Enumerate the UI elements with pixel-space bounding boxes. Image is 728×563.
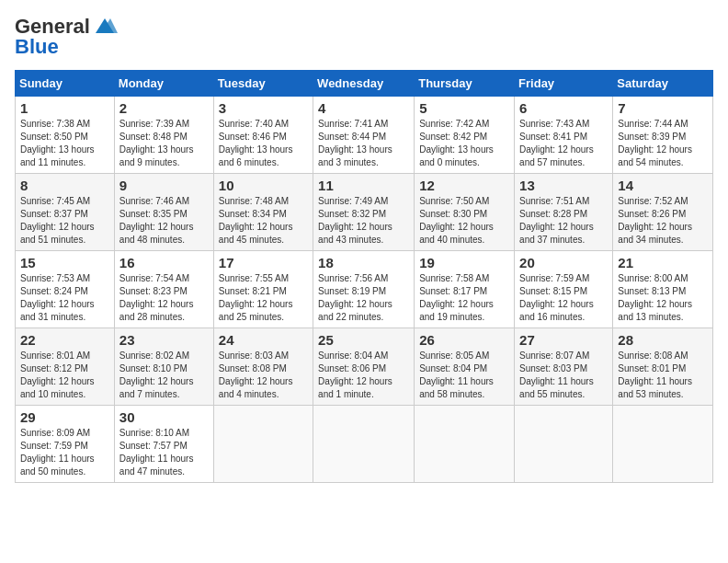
day-cell: 27Sunrise: 8:07 AMSunset: 8:03 PMDayligh… (515, 328, 613, 406)
day-cell: 15Sunrise: 7:53 AMSunset: 8:24 PMDayligh… (16, 251, 115, 328)
day-cell: 10Sunrise: 7:48 AMSunset: 8:34 PMDayligh… (213, 174, 313, 251)
day-info: Sunrise: 8:09 AMSunset: 7:59 PMDaylight:… (20, 427, 109, 478)
day-info: Sunrise: 8:10 AMSunset: 7:57 PMDaylight:… (119, 427, 209, 478)
day-info: Sunrise: 7:51 AMSunset: 8:28 PMDaylight:… (519, 195, 608, 247)
day-number: 29 (20, 409, 109, 425)
day-info: Sunrise: 8:02 AMSunset: 8:10 PMDaylight:… (119, 350, 209, 401)
day-cell (213, 406, 313, 483)
day-number: 1 (20, 100, 109, 116)
day-number: 4 (318, 100, 409, 116)
day-info: Sunrise: 7:56 AMSunset: 8:19 PMDaylight:… (318, 272, 409, 324)
day-info: Sunrise: 8:00 AMSunset: 8:13 PMDaylight:… (618, 272, 708, 324)
calendar-header: SundayMondayTuesdayWednesdayThursdayFrid… (16, 71, 713, 97)
day-cell: 30Sunrise: 8:10 AMSunset: 7:57 PMDayligh… (114, 406, 213, 483)
day-number: 22 (20, 332, 109, 348)
col-header-sunday: Sunday (16, 71, 115, 97)
day-number: 28 (618, 332, 708, 348)
day-cell: 4Sunrise: 7:41 AMSunset: 8:44 PMDaylight… (313, 97, 415, 174)
col-header-tuesday: Tuesday (213, 71, 313, 97)
day-cell: 14Sunrise: 7:52 AMSunset: 8:26 PMDayligh… (613, 174, 713, 251)
day-number: 7 (618, 100, 708, 116)
week-row-2: 8Sunrise: 7:45 AMSunset: 8:37 PMDaylight… (16, 174, 713, 251)
day-number: 24 (219, 332, 308, 348)
day-info: Sunrise: 8:03 AMSunset: 8:08 PMDaylight:… (219, 350, 308, 401)
day-number: 27 (519, 332, 608, 348)
day-number: 13 (519, 178, 608, 193)
day-info: Sunrise: 8:01 AMSunset: 8:12 PMDaylight:… (20, 350, 109, 401)
day-number: 26 (419, 332, 509, 348)
page-header: General Blue (15, 15, 713, 59)
logo-text-blue: Blue (15, 35, 59, 59)
day-info: Sunrise: 7:40 AMSunset: 8:46 PMDaylight:… (219, 118, 308, 169)
day-number: 20 (519, 255, 608, 270)
day-cell: 28Sunrise: 8:08 AMSunset: 8:01 PMDayligh… (613, 328, 713, 406)
day-number: 3 (219, 100, 308, 116)
day-info: Sunrise: 8:08 AMSunset: 8:01 PMDaylight:… (618, 350, 708, 401)
col-header-friday: Friday (515, 71, 613, 97)
day-info: Sunrise: 7:44 AMSunset: 8:39 PMDaylight:… (618, 118, 708, 169)
col-header-monday: Monday (114, 71, 213, 97)
day-info: Sunrise: 7:43 AMSunset: 8:41 PMDaylight:… (519, 118, 608, 169)
day-number: 16 (119, 255, 209, 270)
calendar-table: SundayMondayTuesdayWednesdayThursdayFrid… (15, 70, 713, 483)
day-cell: 19Sunrise: 7:58 AMSunset: 8:17 PMDayligh… (415, 251, 515, 328)
day-info: Sunrise: 7:58 AMSunset: 8:17 PMDaylight:… (419, 272, 509, 324)
day-number: 2 (119, 100, 209, 116)
day-cell: 3Sunrise: 7:40 AMSunset: 8:46 PMDaylight… (213, 97, 313, 174)
day-cell (613, 406, 713, 483)
week-row-1: 1Sunrise: 7:38 AMSunset: 8:50 PMDaylight… (16, 97, 713, 174)
day-cell: 29Sunrise: 8:09 AMSunset: 7:59 PMDayligh… (16, 406, 115, 483)
day-cell: 5Sunrise: 7:42 AMSunset: 8:42 PMDaylight… (415, 97, 515, 174)
day-number: 6 (519, 100, 608, 116)
day-cell (313, 406, 415, 483)
day-number: 8 (20, 178, 109, 193)
day-cell: 21Sunrise: 8:00 AMSunset: 8:13 PMDayligh… (613, 251, 713, 328)
day-info: Sunrise: 7:53 AMSunset: 8:24 PMDaylight:… (20, 272, 109, 324)
day-cell: 24Sunrise: 8:03 AMSunset: 8:08 PMDayligh… (213, 328, 313, 406)
day-cell: 11Sunrise: 7:49 AMSunset: 8:32 PMDayligh… (313, 174, 415, 251)
week-row-3: 15Sunrise: 7:53 AMSunset: 8:24 PMDayligh… (16, 251, 713, 328)
week-row-4: 22Sunrise: 8:01 AMSunset: 8:12 PMDayligh… (16, 328, 713, 406)
day-cell: 8Sunrise: 7:45 AMSunset: 8:37 PMDaylight… (16, 174, 115, 251)
col-header-wednesday: Wednesday (313, 71, 415, 97)
day-cell: 17Sunrise: 7:55 AMSunset: 8:21 PMDayligh… (213, 251, 313, 328)
calendar-body: 1Sunrise: 7:38 AMSunset: 8:50 PMDaylight… (16, 97, 713, 483)
day-number: 9 (119, 178, 209, 193)
day-info: Sunrise: 7:46 AMSunset: 8:35 PMDaylight:… (119, 195, 209, 247)
day-cell: 6Sunrise: 7:43 AMSunset: 8:41 PMDaylight… (515, 97, 613, 174)
day-number: 18 (318, 255, 409, 270)
day-cell: 23Sunrise: 8:02 AMSunset: 8:10 PMDayligh… (114, 328, 213, 406)
day-info: Sunrise: 7:42 AMSunset: 8:42 PMDaylight:… (419, 118, 509, 169)
day-number: 25 (318, 332, 409, 348)
col-header-thursday: Thursday (415, 71, 515, 97)
day-cell: 7Sunrise: 7:44 AMSunset: 8:39 PMDaylight… (613, 97, 713, 174)
day-info: Sunrise: 7:48 AMSunset: 8:34 PMDaylight:… (219, 195, 308, 247)
day-cell: 22Sunrise: 8:01 AMSunset: 8:12 PMDayligh… (16, 328, 115, 406)
day-info: Sunrise: 7:59 AMSunset: 8:15 PMDaylight:… (519, 272, 608, 324)
day-info: Sunrise: 7:45 AMSunset: 8:37 PMDaylight:… (20, 195, 109, 247)
day-cell: 26Sunrise: 8:05 AMSunset: 8:04 PMDayligh… (415, 328, 515, 406)
day-cell: 1Sunrise: 7:38 AMSunset: 8:50 PMDaylight… (16, 97, 115, 174)
day-number: 10 (219, 178, 308, 193)
day-cell: 20Sunrise: 7:59 AMSunset: 8:15 PMDayligh… (515, 251, 613, 328)
day-number: 30 (119, 409, 209, 425)
day-cell: 2Sunrise: 7:39 AMSunset: 8:48 PMDaylight… (114, 97, 213, 174)
day-cell: 18Sunrise: 7:56 AMSunset: 8:19 PMDayligh… (313, 251, 415, 328)
day-number: 21 (618, 255, 708, 270)
day-info: Sunrise: 7:38 AMSunset: 8:50 PMDaylight:… (20, 118, 109, 169)
day-number: 19 (419, 255, 509, 270)
day-number: 23 (119, 332, 209, 348)
day-info: Sunrise: 7:41 AMSunset: 8:44 PMDaylight:… (318, 118, 409, 169)
day-cell: 12Sunrise: 7:50 AMSunset: 8:30 PMDayligh… (415, 174, 515, 251)
day-info: Sunrise: 7:39 AMSunset: 8:48 PMDaylight:… (119, 118, 209, 169)
day-cell: 13Sunrise: 7:51 AMSunset: 8:28 PMDayligh… (515, 174, 613, 251)
col-header-saturday: Saturday (613, 71, 713, 97)
day-info: Sunrise: 7:55 AMSunset: 8:21 PMDaylight:… (219, 272, 308, 324)
day-cell (415, 406, 515, 483)
day-cell (515, 406, 613, 483)
day-number: 11 (318, 178, 409, 193)
day-info: Sunrise: 7:50 AMSunset: 8:30 PMDaylight:… (419, 195, 509, 247)
day-number: 17 (219, 255, 308, 270)
day-number: 12 (419, 178, 509, 193)
day-cell: 25Sunrise: 8:04 AMSunset: 8:06 PMDayligh… (313, 328, 415, 406)
